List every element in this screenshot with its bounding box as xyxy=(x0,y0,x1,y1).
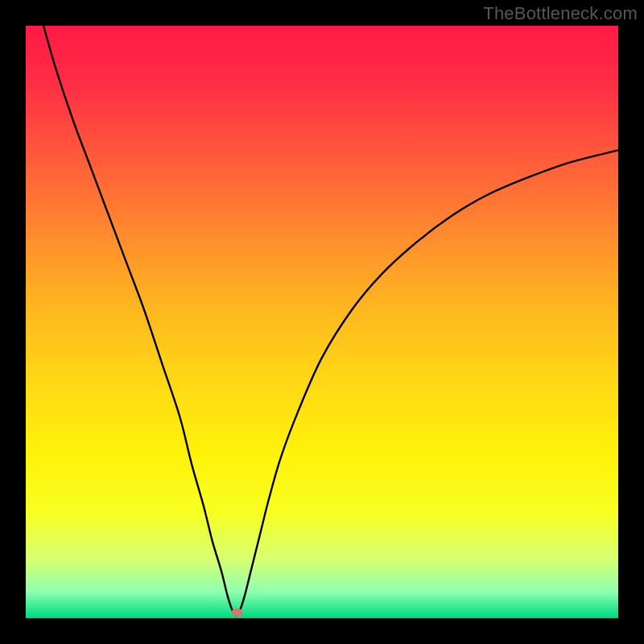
plot-area xyxy=(26,26,618,618)
watermark-text: TheBottleneck.com xyxy=(483,3,638,24)
notch-marker xyxy=(232,609,243,617)
bottleneck-curve xyxy=(26,26,618,618)
chart-frame: TheBottleneck.com xyxy=(0,0,644,644)
